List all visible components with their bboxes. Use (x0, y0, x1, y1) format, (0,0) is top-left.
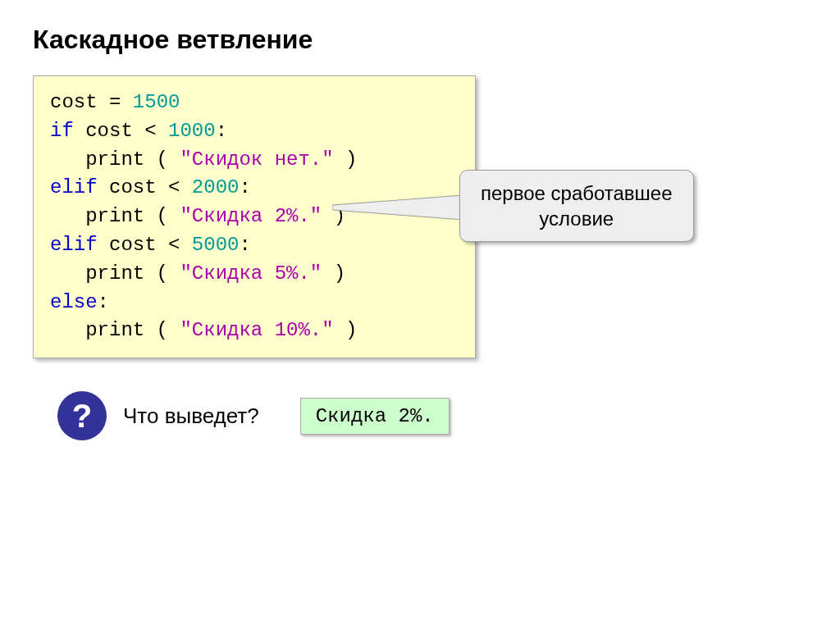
code-text: print ( (50, 148, 180, 171)
callout-line: первое сработавшее (481, 180, 673, 206)
slide-title: Каскадное ветвление (33, 25, 807, 55)
callout-line: условие (481, 206, 673, 231)
code-line: if cost < 1000: (50, 117, 459, 146)
code-number: 5000 (192, 234, 240, 256)
code-line: elif cost < 2000: (50, 174, 459, 203)
question-row: ? Что выведет? Скидка 2%. (33, 391, 807, 440)
code-text: : (239, 234, 250, 256)
code-text: : (216, 120, 227, 142)
code-text: ) (334, 319, 358, 341)
code-line: print ( "Скидок нет." ) (50, 146, 459, 175)
code-number: 1500 (133, 91, 180, 113)
code-text: cost < (74, 120, 168, 142)
code-text: cost < (98, 234, 192, 256)
code-number: 1000 (168, 120, 216, 142)
code-string: "Скидка 2%." (180, 205, 322, 227)
code-keyword: if (50, 120, 74, 142)
code-text: print ( (50, 205, 180, 227)
code-number: 2000 (192, 176, 240, 198)
question-badge: ? (57, 391, 107, 440)
code-keyword: elif (50, 176, 98, 198)
code-line: else: (50, 289, 459, 317)
code-text: print ( (50, 262, 180, 285)
code-text: ) (334, 148, 358, 171)
code-text: : (98, 291, 109, 313)
code-string: "Скидок нет." (180, 148, 333, 171)
code-keyword: elif (50, 234, 98, 256)
code-line: print ( "Скидка 10%." ) (50, 317, 459, 345)
answer-box: Скидка 2%. (300, 398, 450, 435)
code-string: "Скидка 5%." (180, 262, 322, 285)
code-text: : (239, 176, 250, 198)
code-line: print ( "Скидка 2%." ) (50, 203, 459, 231)
code-line: cost = 1500 (50, 89, 459, 117)
code-string: "Скидка 10%." (180, 319, 333, 341)
code-text: cost = (50, 91, 133, 113)
code-text: cost < (98, 176, 192, 198)
code-line: print ( "Скидка 5%." ) (50, 260, 459, 289)
code-keyword: else (50, 291, 98, 313)
code-text: print ( (50, 319, 180, 341)
code-text: ) (322, 262, 345, 285)
code-text: ) (322, 205, 345, 227)
callout-box: первое сработавшее условие (459, 170, 694, 242)
code-line: elif cost < 5000: (50, 231, 459, 260)
question-text: Что выведет? (123, 403, 259, 429)
code-block: cost = 1500 if cost < 1000: print ( "Ски… (33, 75, 476, 358)
